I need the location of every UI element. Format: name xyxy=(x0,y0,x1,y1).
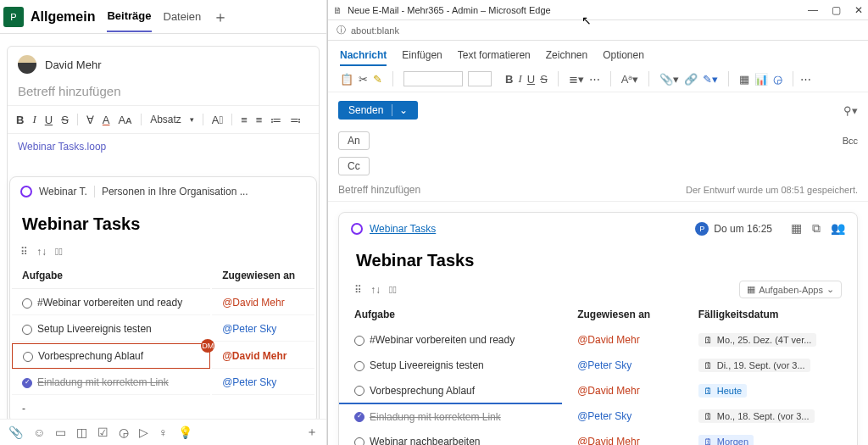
clear-format-button[interactable]: A⃠ xyxy=(212,114,223,126)
subject-input[interactable]: Betreff hinzufügen xyxy=(338,184,420,196)
tab-posts[interactable]: Beiträge xyxy=(107,1,151,32)
stream-icon[interactable]: ▷ xyxy=(139,426,148,439)
task-text[interactable]: #Webinar vorbereiten und ready xyxy=(37,297,182,309)
task-checkbox[interactable] xyxy=(354,361,364,371)
address-bar[interactable]: ⓘ about:blank xyxy=(328,20,868,41)
bullets-button[interactable]: ≔ xyxy=(270,114,281,126)
font-size-button[interactable]: Aᴀ xyxy=(118,114,132,126)
underline-button[interactable]: U xyxy=(527,73,535,86)
task-checkbox[interactable] xyxy=(22,325,32,335)
task-text[interactable]: Setup Liveereignis testen xyxy=(37,323,152,335)
highlight-button[interactable]: ∀ xyxy=(86,114,94,126)
loop-button[interactable]: ◶ xyxy=(773,73,782,86)
visibility-icon[interactable]: 👁̷ xyxy=(389,284,397,296)
ribbon-tab-format[interactable]: Text formatieren xyxy=(458,46,531,66)
more-commands-button[interactable]: ⋯ xyxy=(800,73,811,86)
more-apps-button[interactable]: ＋ xyxy=(306,425,318,440)
font-family-select[interactable] xyxy=(403,71,463,86)
more-para-button[interactable]: ⋯ xyxy=(589,73,600,86)
styles-button[interactable]: Aᵃ▾ xyxy=(621,73,639,86)
task-checkbox[interactable] xyxy=(354,412,364,422)
signature-button[interactable]: ✎▾ xyxy=(703,73,718,86)
assignee[interactable]: @David Mehr xyxy=(577,334,640,346)
due-date[interactable]: 🗓 Mo., 18. Sept. (vor 3... xyxy=(698,409,815,423)
sort-icon[interactable]: ↑↓ xyxy=(36,246,47,258)
task-checkbox[interactable] xyxy=(23,352,33,362)
sticker-icon[interactable]: ◫ xyxy=(76,426,87,439)
tab-files[interactable]: Dateien xyxy=(164,2,202,31)
assignee[interactable]: @David Mehr xyxy=(222,297,285,309)
maximize-button[interactable]: ▢ xyxy=(832,4,841,16)
attachment-icon[interactable]: 📎 xyxy=(8,426,23,439)
sort-icon[interactable]: ↑↓ xyxy=(370,284,381,296)
strike-button[interactable]: S xyxy=(61,114,69,126)
loop-title-link[interactable]: Webinar Tasks xyxy=(370,223,436,235)
assignee[interactable]: @Peter Sky xyxy=(222,376,276,388)
praise-icon[interactable]: ♀ xyxy=(159,426,168,439)
add-tab-button[interactable]: ＋ xyxy=(213,7,228,27)
due-date[interactable]: 🗓 Di., 19. Sept. (vor 3... xyxy=(698,359,810,372)
idea-icon[interactable]: 💡 xyxy=(178,426,192,439)
window-titlebar[interactable]: 🗎 Neue E-Mail - Mehr365 - Admin – Micros… xyxy=(328,0,868,20)
loop-chip[interactable]: Webinar T. xyxy=(39,186,87,197)
zoom-icon[interactable]: ⚲▾ xyxy=(843,104,858,117)
font-size-select[interactable] xyxy=(468,71,492,86)
task-checkbox[interactable] xyxy=(22,378,32,388)
bold-button[interactable]: B xyxy=(505,73,513,86)
bold-button[interactable]: B xyxy=(16,114,24,126)
to-button[interactable]: An xyxy=(338,131,370,150)
task-text[interactable]: Vorbesprechung Ablauf xyxy=(38,350,143,362)
task-text[interactable]: Einladung mit korrektem Link xyxy=(37,376,169,388)
strike-button[interactable]: S xyxy=(540,73,548,86)
send-button[interactable]: Senden ⌄ xyxy=(338,101,418,120)
paste-button[interactable]: 📋 xyxy=(340,73,353,86)
italic-button[interactable]: I xyxy=(518,72,521,86)
indent-inc-button[interactable]: ≡ xyxy=(256,114,263,126)
assignee[interactable]: @David Mehr xyxy=(577,436,640,445)
assignee[interactable]: @Peter Sky xyxy=(222,323,276,335)
close-button[interactable]: ✕ xyxy=(854,4,863,16)
add-row[interactable]: - xyxy=(12,397,314,419)
task-checkbox[interactable] xyxy=(354,336,364,346)
assignee[interactable]: @Peter Sky xyxy=(577,410,632,422)
task-text[interactable]: Webinar nachbearbeiten xyxy=(370,436,481,445)
minimize-button[interactable]: ― xyxy=(808,4,818,16)
mail-body[interactable]: Webinar Tasks P Do um 16:25 ▦ ⧉ 👥 Webina… xyxy=(328,202,868,445)
copy-icon[interactable]: ⧉ xyxy=(812,221,821,236)
underline-button[interactable]: U xyxy=(45,114,53,126)
approvals-icon[interactable]: ☑ xyxy=(97,426,108,439)
task-checkbox[interactable] xyxy=(354,386,364,396)
visibility-icon[interactable]: 👁̷ xyxy=(55,246,63,258)
font-color-button[interactable]: A xyxy=(103,114,110,126)
task-apps-button[interactable]: ▦Aufgaben-Apps⌄ xyxy=(739,281,842,298)
loop-insert-icon[interactable]: ◶ xyxy=(119,426,129,439)
ribbon-tab-options[interactable]: Optionen xyxy=(603,46,644,66)
ribbon-tab-draw[interactable]: Zeichnen xyxy=(546,46,587,66)
message-body[interactable]: Webinar Tasks.loop xyxy=(8,134,319,164)
grid-icon[interactable]: ▦ xyxy=(791,221,802,236)
ribbon-tab-message[interactable]: Nachricht xyxy=(340,46,387,66)
due-date[interactable]: 🗓 Heute xyxy=(698,384,747,398)
assignee[interactable]: @David Mehr xyxy=(222,350,287,362)
numbers-button[interactable]: ≕ xyxy=(290,114,301,126)
attach-button[interactable]: 📎▾ xyxy=(659,73,679,86)
task-text[interactable]: Vorbesprechung Ablauf xyxy=(370,385,475,397)
bullets-button[interactable]: ≣▾ xyxy=(569,73,584,86)
task-checkbox[interactable] xyxy=(354,437,364,445)
bcc-button[interactable]: Bcc xyxy=(843,136,858,146)
poll-button[interactable]: 📊 xyxy=(754,73,768,86)
task-text[interactable]: Einladung mit korrektem Link xyxy=(370,411,501,423)
assignee[interactable]: @David Mehr xyxy=(577,385,640,397)
link-button[interactable]: 🔗 xyxy=(684,73,698,86)
drag-handle-icon[interactable]: ⠿ xyxy=(20,246,28,258)
due-date[interactable]: 🗓 Mo., 25. Dez. (4T ver... xyxy=(698,333,817,347)
italic-button[interactable]: I xyxy=(32,113,36,126)
loop-link[interactable]: Webinar Tasks.loop xyxy=(18,141,106,153)
assignee[interactable]: @Peter Sky xyxy=(577,359,632,371)
due-date[interactable]: 🗓 Morgen xyxy=(698,435,754,445)
task-text[interactable]: Setup Liveereignis testen xyxy=(370,359,484,371)
gif-icon[interactable]: ▭ xyxy=(55,426,66,439)
indent-dec-button[interactable]: ≡ xyxy=(241,114,248,126)
send-options-button[interactable]: ⌄ xyxy=(392,104,408,116)
task-text[interactable]: #Webinar vorbereiten und ready xyxy=(370,334,515,346)
